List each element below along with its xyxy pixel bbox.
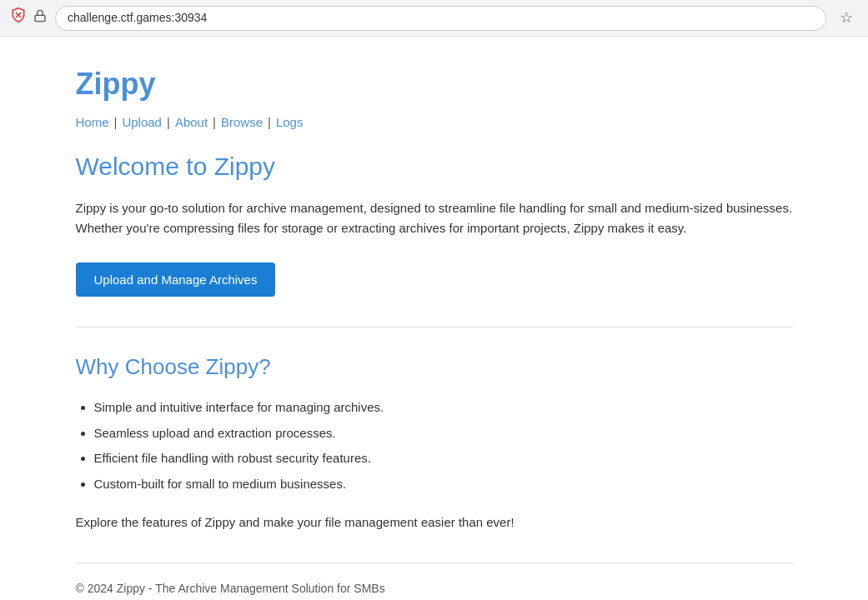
list-item: Custom-built for small to medium busines… — [94, 475, 793, 494]
nav-logs[interactable]: Logs — [276, 113, 304, 132]
bookmark-button[interactable]: ☆ — [835, 7, 858, 30]
section-divider-2 — [76, 562, 793, 563]
nav-sep-2: | — [167, 113, 170, 132]
svg-rect-2 — [35, 15, 45, 21]
nav-sep-3: | — [213, 113, 216, 132]
features-heading: Why Choose Zippy? — [76, 351, 793, 383]
upload-manage-button[interactable]: Upload and Manage Archives — [76, 262, 276, 297]
welcome-heading: Welcome to Zippy — [76, 148, 793, 185]
list-item: Efficient file handling with robust secu… — [94, 449, 793, 468]
explore-paragraph: Explore the features of Zippy and make y… — [76, 513, 793, 532]
address-bar[interactable]: challenge.ctf.games:30934 — [55, 6, 826, 31]
navigation: Home | Upload | About | Browse | Logs — [76, 113, 793, 132]
nav-sep-1: | — [114, 113, 118, 132]
list-item: Simple and intuitive interface for manag… — [94, 398, 793, 418]
browser-bar: challenge.ctf.games:30934 ☆ — [0, 0, 868, 37]
lock-icon — [33, 8, 47, 28]
address-text: challenge.ctf.games:30934 — [68, 9, 207, 27]
features-list: Simple and intuitive interface for manag… — [76, 398, 793, 493]
intro-paragraph: Zippy is your go-to solution for archive… — [76, 198, 793, 240]
section-divider-1 — [76, 327, 793, 328]
nav-sep-4: | — [268, 113, 271, 132]
nav-home[interactable]: Home — [76, 113, 109, 132]
nav-about[interactable]: About — [175, 113, 208, 132]
site-title: Zippy — [76, 62, 793, 107]
nav-browse[interactable]: Browse — [221, 113, 263, 132]
nav-upload[interactable]: Upload — [122, 113, 162, 132]
page-content: Zippy Home | Upload | About | Browse | L… — [34, 37, 835, 600]
shield-icon — [10, 7, 27, 29]
browser-security-icons — [10, 7, 47, 29]
footer-text: © 2024 Zippy - The Archive Management So… — [76, 580, 793, 598]
list-item: Seamless upload and extraction processes… — [94, 424, 793, 443]
